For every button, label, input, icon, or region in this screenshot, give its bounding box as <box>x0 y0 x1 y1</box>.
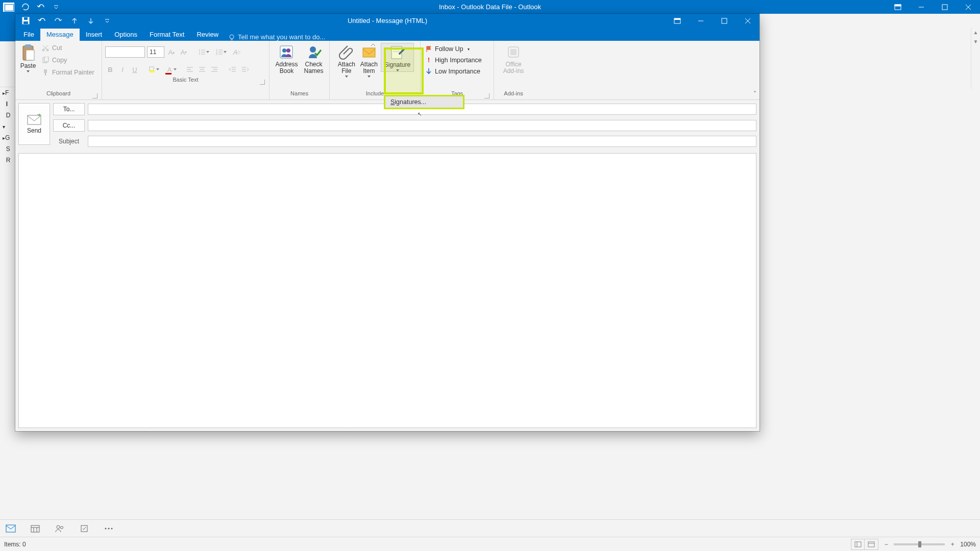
italic-icon[interactable]: I <box>117 64 128 74</box>
highlight-icon[interactable] <box>147 64 157 74</box>
subject-field[interactable] <box>88 136 756 147</box>
sliver-inbox[interactable]: I <box>0 98 15 110</box>
high-importance-button[interactable]: ! High Importance <box>424 55 484 65</box>
align-left-icon[interactable] <box>185 64 195 74</box>
cc-button[interactable]: Cc... <box>53 119 85 132</box>
compose-minimize-button[interactable] <box>689 14 713 28</box>
outer-qat-undo-icon[interactable] <box>37 3 45 11</box>
outer-ribbon-display-options-icon[interactable] <box>886 0 910 14</box>
sliver-g[interactable]: ▸ G <box>0 132 15 143</box>
align-right-icon[interactable] <box>209 64 219 74</box>
compose-close-button[interactable] <box>736 14 760 28</box>
svg-rect-37 <box>26 50 34 60</box>
underline-icon[interactable]: U <box>130 64 140 74</box>
sliver-drafts[interactable]: D <box>0 110 15 121</box>
bold-icon[interactable]: B <box>105 64 115 74</box>
ribbon-group-names: Address Book Check Names Names <box>270 41 330 99</box>
ribbon-group-tags: Follow Up ▾ ! High Importance Low Import… <box>421 41 494 99</box>
tell-me-search[interactable]: Tell me what you want to do... <box>229 33 325 41</box>
low-importance-button[interactable]: Low Importance <box>424 66 484 77</box>
compose-maximize-button[interactable] <box>713 14 736 28</box>
tab-format-text[interactable]: Format Text <box>143 29 190 41</box>
clipboard-dialog-launcher[interactable] <box>92 93 97 98</box>
sliver-root[interactable]: ▾ <box>0 121 15 132</box>
grow-font-icon[interactable]: A▴ <box>166 47 177 57</box>
message-body[interactable] <box>18 153 756 428</box>
outlook-app-icon <box>3 3 14 12</box>
font-color-icon[interactable]: A <box>164 64 175 74</box>
nav-people-icon[interactable] <box>54 523 65 534</box>
signatures-menu-item[interactable]: SSignatures...ignatures... <box>390 98 426 106</box>
follow-up-button[interactable]: Follow Up ▾ <box>424 44 484 54</box>
font-name-combo[interactable] <box>105 46 145 58</box>
outer-maximize-button[interactable] <box>933 0 957 14</box>
scroll-down-icon[interactable]: ▼ <box>971 37 980 46</box>
collapse-ribbon-icon[interactable]: ˄ <box>753 90 756 97</box>
outer-qat-customize-icon[interactable] <box>52 3 60 11</box>
svg-point-47 <box>199 54 200 55</box>
zoom-in-icon[interactable]: + <box>949 541 956 548</box>
send-button[interactable]: Send <box>18 103 50 145</box>
cc-field[interactable] <box>88 120 756 131</box>
tab-options[interactable]: Options <box>108 29 143 41</box>
paintbrush-icon <box>42 69 49 76</box>
compose-ribbon-display-icon[interactable] <box>666 14 689 28</box>
nav-mail-icon[interactable] <box>5 523 16 534</box>
svg-point-74 <box>286 48 290 53</box>
to-button[interactable]: To... <box>53 103 85 115</box>
bullets-icon[interactable] <box>197 47 207 57</box>
ribbon-group-addins: Office Add-ins Add-ins <box>494 41 533 99</box>
decrease-indent-icon[interactable] <box>228 64 238 74</box>
check-names-button[interactable]: Check Names <box>302 43 326 74</box>
tab-file[interactable]: File <box>17 29 40 41</box>
sliver-s[interactable]: S <box>0 143 15 155</box>
nav-more-icon[interactable] <box>103 523 114 534</box>
nav-calendar-icon[interactable] <box>30 523 41 534</box>
sliver-r[interactable]: R <box>0 155 15 166</box>
qat-prev-icon[interactable] <box>70 17 79 25</box>
qat-next-icon[interactable] <box>87 17 95 25</box>
increase-indent-icon[interactable] <box>240 64 250 74</box>
attach-item-button[interactable]: Attach Item <box>358 43 380 78</box>
align-center-icon[interactable] <box>197 64 207 74</box>
zoom-out-icon[interactable]: − <box>883 541 890 548</box>
qat-save-icon[interactable] <box>21 17 30 25</box>
outer-minimize-button[interactable] <box>910 0 933 14</box>
clear-formatting-icon[interactable]: A◇ <box>232 47 242 57</box>
scroll-up-icon[interactable]: ▲ <box>971 28 980 37</box>
outer-scrollbar[interactable]: ▲ ▼ <box>971 28 980 89</box>
copy-button[interactable]: Copy <box>40 55 96 65</box>
svg-rect-55 <box>150 67 154 71</box>
tab-review[interactable]: Review <box>190 29 225 41</box>
cut-button[interactable]: Cut <box>40 43 96 53</box>
qat-customize-icon[interactable] <box>103 17 111 25</box>
address-book-button[interactable]: Address Book <box>273 43 300 74</box>
signature-button[interactable]: Signature <box>381 43 414 72</box>
zoom-slider[interactable] <box>894 543 945 545</box>
outer-close-button[interactable] <box>957 0 980 14</box>
attach-file-button[interactable]: Attach File <box>336 43 357 78</box>
office-addins-button[interactable]: Office Add-ins <box>501 43 526 74</box>
view-reading-icon[interactable] <box>865 539 878 549</box>
shrink-font-icon[interactable]: A▾ <box>179 47 189 57</box>
signature-dropdown-menu: SSignatures...ignatures... <box>384 95 464 109</box>
numbering-icon[interactable]: 123 <box>214 47 225 57</box>
basic-text-dialog-launcher[interactable] <box>260 80 265 85</box>
tab-message[interactable]: Message <box>40 29 80 41</box>
paste-button[interactable]: Paste <box>18 43 38 72</box>
exclaim-icon: ! <box>426 57 432 64</box>
svg-point-32 <box>230 35 234 39</box>
outer-titlebar: Inbox - Outlook Data File - Outlook <box>0 0 980 14</box>
sliver-fav[interactable]: ▸ F <box>0 87 15 98</box>
tags-dialog-launcher[interactable] <box>484 93 489 98</box>
outer-qat-sendreceive-icon[interactable] <box>21 3 30 11</box>
qat-redo-icon[interactable] <box>54 17 62 25</box>
nav-tasks-icon[interactable] <box>79 523 90 534</box>
qat-undo-icon[interactable] <box>38 17 46 25</box>
compose-window: Untitled - Message (HTML) File Message <box>15 14 760 431</box>
font-size-combo[interactable] <box>147 46 164 58</box>
format-painter-button[interactable]: Format Painter <box>40 67 96 78</box>
view-normal-icon[interactable] <box>851 539 865 549</box>
tab-insert[interactable]: Insert <box>80 29 109 41</box>
lightbulb-icon <box>229 34 235 40</box>
